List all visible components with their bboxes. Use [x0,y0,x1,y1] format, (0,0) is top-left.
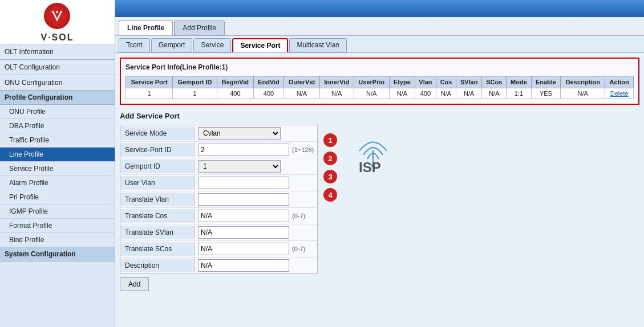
main-tabs: Line Profile Add Profile [115,17,644,36]
col-scos: SCos [482,76,507,88]
form-row-description: Description [120,257,317,273]
form-row-translate-scos: Translate SCos (0-7) [120,241,317,257]
subtab-service[interactable]: Service [193,38,231,52]
form-row-service-mode: Service Mode Cvlan Svlan Transparent [120,125,317,142]
input-description[interactable] [198,259,289,272]
cell-description: N/A [561,88,605,99]
label-translate-svlan: Translate SVlan [120,226,195,239]
cell-user-prio: N/A [354,88,389,99]
control-translate-svlan [195,224,293,240]
table-header-row: Service Port Gemport ID BeginVid EndVid … [126,76,634,88]
sidebar-item-alarm-profile[interactable]: Alarm Profile [0,176,115,190]
tab-line-profile[interactable]: Line Profile [119,21,173,35]
sidebar-item-pri-profile[interactable]: Pri Profile [0,190,115,205]
cell-etype: N/A [389,88,415,99]
label-gemport-id: Gemport ID [120,160,195,173]
col-begin-vid: BeginVid [217,76,253,88]
col-inner-vid: InnerVid [319,76,354,88]
sidebar-item-onu-configuration[interactable]: ONU Configuration [0,75,115,91]
table-row: 1 1 400 400 N/A N/A N/A N/A 400 N/A N/A … [126,88,634,99]
form-row-translate-vlan: Translate Vlan [120,191,317,208]
sidebar-item-service-profile[interactable]: Service Profile [0,162,115,176]
hint-translate-scos: (0-7) [292,246,305,252]
input-translate-svlan[interactable] [198,226,289,239]
sidebar: V·SOL OLT Information OLT Configuration … [0,0,115,327]
label-user-vlan: User Vlan [120,176,195,190]
subtab-tcont[interactable]: Tcont [119,38,150,52]
cell-scos: N/A [482,88,507,99]
subtab-multicast-vlan[interactable]: Multicast Vlan [289,38,347,52]
vsol-logo: V·SOL [40,2,74,43]
input-service-port-id[interactable] [198,144,289,156]
input-translate-scos[interactable] [198,243,289,255]
control-user-vlan [195,175,293,191]
form-row-service-port-id: Service-Port ID (1~128) [120,142,317,158]
step-2[interactable]: 2 [323,152,337,165]
cell-action: Delete [605,88,634,99]
select-service-mode[interactable]: Cvlan Svlan Transparent [198,127,281,140]
sidebar-item-line-profile[interactable]: Line Profile [0,148,115,162]
form-row-translate-svlan: Translate SVlan [120,224,317,241]
cell-enable: YES [531,88,561,99]
step-3[interactable]: 3 [323,170,337,183]
service-port-info-title: Service Port Info(Line Profile:1) [125,63,634,71]
cell-vlan: 400 [415,88,436,99]
col-description: Description [561,76,605,88]
hint-translate-cos: (0-7) [292,212,305,219]
add-service-port-title: Add Service Port [120,112,639,120]
input-translate-vlan[interactable] [198,193,289,206]
hint-service-port-id: (1~128) [292,146,314,153]
vsol-icon [48,7,66,24]
svg-point-3 [60,11,62,13]
add-button[interactable]: Add [120,277,149,291]
service-port-info-box: Service Port Info(Line Profile:1) Servic… [120,58,639,105]
step-1[interactable]: 1 [323,133,337,147]
control-service-port-id: (1~128) [195,142,317,158]
subtab-service-port[interactable]: Service Port [232,38,288,52]
svg-point-1 [56,11,58,13]
col-vlan: Vlan [415,76,436,88]
service-port-table: Service Port Gemport ID BeginVid EndVid … [125,76,634,99]
col-end-vid: EndVid [253,76,283,88]
form-row-translate-cos: Translate Cos (0-7) [120,208,317,224]
cell-gemport-id: 1 [173,88,217,99]
vsol-emblem [43,2,71,30]
input-translate-cos[interactable] [198,210,289,222]
step-4[interactable]: 4 [323,188,337,202]
sidebar-item-olt-configuration[interactable]: OLT Configuration [0,60,115,75]
content-area: Service Port Info(Line Profile:1) Servic… [115,53,644,327]
sidebar-item-format-profile[interactable]: Format Profile [0,219,115,233]
tab-add-profile[interactable]: Add Profile [174,21,225,35]
label-translate-vlan: Translate Vlan [120,193,195,206]
sidebar-item-onu-profile[interactable]: ONU Profile [0,105,115,119]
profile-configuration-header[interactable]: Profile Configuration [0,91,115,105]
label-translate-cos: Translate Cos [120,209,195,223]
sidebar-item-igmp-profile[interactable]: IGMP Profile [0,205,115,219]
form-row-user-vlan: User Vlan [120,175,317,191]
form-row-gemport-id: Gemport ID 1 2 3 4 [120,158,317,175]
cell-svlan: N/A [456,88,481,99]
isp-logo-svg: ISP [347,133,399,173]
isp-logo: ISP [342,128,404,179]
control-translate-scos: (0-7) [195,241,309,257]
add-form: Service Mode Cvlan Svlan Transparent Ser… [120,125,318,291]
svg-text:ISP: ISP [359,160,381,173]
control-translate-cos: (0-7) [195,208,309,224]
cell-mode: 1:1 [507,88,531,99]
sidebar-item-dba-profile[interactable]: DBA Profile [0,119,115,133]
input-user-vlan[interactable] [198,177,289,189]
cell-service-port: 1 [126,88,173,99]
delete-link[interactable]: Delete [610,90,629,97]
vsol-text: V·SOL [40,32,74,43]
col-svlan: SVlan [456,76,481,88]
subtab-gemport[interactable]: Gemport [151,38,193,52]
system-configuration-header[interactable]: System Configuration [0,247,115,261]
add-form-wrapper: Service Mode Cvlan Svlan Transparent Ser… [120,125,639,291]
col-service-port: Service Port [126,76,173,88]
sidebar-item-traffic-profile[interactable]: Traffic Profile [0,133,115,148]
cell-outer-vid: N/A [284,88,320,99]
sidebar-item-olt-information[interactable]: OLT Information [0,44,115,60]
select-gemport-id[interactable]: 1 2 3 4 [198,160,281,173]
svg-point-2 [52,11,54,13]
sidebar-item-bind-profile[interactable]: Bind Profile [0,233,115,247]
